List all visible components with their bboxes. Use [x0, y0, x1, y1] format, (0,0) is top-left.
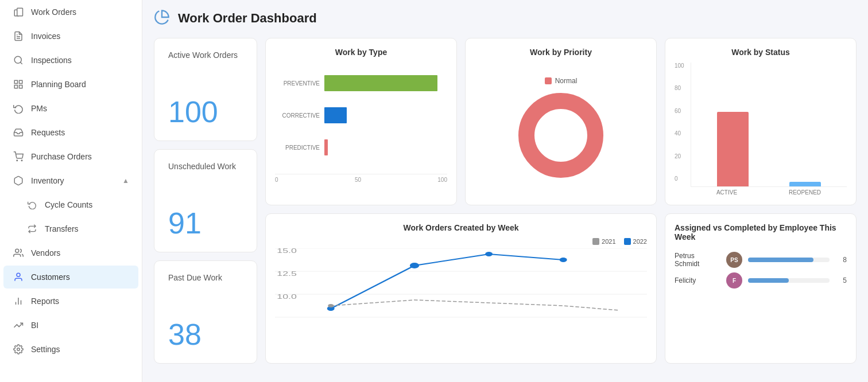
- svg-point-3: [14, 56, 21, 63]
- sidebar: Work Orders Invoices Inspections Plannin…: [0, 0, 142, 382]
- sidebar-label-vendors: Vendors: [31, 248, 60, 258]
- svg-text:10.0: 10.0: [277, 293, 297, 300]
- svg-point-30: [328, 304, 334, 307]
- sidebar-item-vendors[interactable]: Vendors: [3, 241, 138, 264]
- unscheduled-label: Unscheduled Work: [168, 161, 243, 171]
- employee-name-0: PetrusSchmidt: [675, 252, 720, 268]
- svg-point-18: [538, 112, 584, 158]
- legend-2021: 2021: [592, 238, 615, 245]
- emp-bar-fill-0: [748, 258, 813, 262]
- sidebar-label-bi: BI: [31, 321, 38, 330]
- sidebar-label-cycle-counts: Cycle Counts: [45, 200, 92, 209]
- svg-point-16: [17, 348, 20, 351]
- bi-icon: [13, 319, 24, 331]
- bar-label-predictive: PREDICTIVE: [275, 145, 320, 151]
- svg-rect-6: [20, 80, 22, 83]
- reports-icon: [13, 295, 24, 307]
- work-by-priority-chart: Normal: [475, 63, 647, 196]
- sidebar-item-cycle-counts[interactable]: Cycle Counts: [3, 193, 138, 216]
- svg-point-29: [560, 258, 567, 262]
- sidebar-item-bi[interactable]: BI: [3, 314, 138, 337]
- legend-dot-2021: [592, 238, 599, 245]
- sidebar-label-work-orders: Work Orders: [31, 7, 76, 17]
- bar-row-preventive: PREVENTIVE: [275, 75, 447, 91]
- sidebar-label-inspections: Inspections: [31, 56, 72, 65]
- work-by-week-title: Work Orders Created by Week: [275, 223, 647, 232]
- inspections-icon: [13, 54, 24, 66]
- requests-icon: [13, 127, 24, 138]
- bar-track-preventive: [324, 75, 447, 91]
- svg-point-11: [16, 249, 19, 252]
- sidebar-label-requests: Requests: [31, 128, 65, 137]
- active-label: Active Work Orders: [168, 50, 243, 60]
- emp-bar-fill-1: [748, 278, 789, 283]
- sidebar-item-customers[interactable]: Customers: [3, 266, 138, 289]
- sidebar-item-invoices[interactable]: Invoices: [3, 25, 138, 48]
- sidebar-label-settings: Settings: [31, 345, 60, 354]
- bar-track-predictive: [324, 139, 447, 155]
- sidebar-item-inventory[interactable]: Inventory ▲: [3, 169, 138, 192]
- vendors-icon: [13, 247, 24, 259]
- transfers-icon: [26, 223, 38, 235]
- donut-svg: [515, 89, 607, 181]
- emp-bar-track-1: [748, 278, 830, 283]
- status-bar-group-reopened: [789, 182, 821, 186]
- work-orders-icon: [13, 6, 24, 18]
- svg-rect-0: [17, 8, 23, 16]
- bar-fill-predictive: [324, 139, 328, 155]
- line-chart-area: 15.0 12.5 10.0: [275, 248, 647, 354]
- invoices-icon: [13, 30, 24, 42]
- sidebar-item-inspections[interactable]: Inspections: [3, 49, 138, 72]
- work-by-status-chart: 100 80 60 40 20 0: [675, 63, 847, 196]
- week-legend: 2021 2022: [275, 238, 647, 245]
- sidebar-item-requests[interactable]: Requests: [3, 121, 138, 144]
- bar-row-predictive: PREDICTIVE: [275, 139, 447, 155]
- sidebar-item-transfers[interactable]: Transfers: [3, 217, 138, 240]
- sidebar-item-purchase-orders[interactable]: Purchase Orders: [3, 145, 138, 168]
- work-by-priority-card: Work by Priority Normal: [465, 38, 657, 205]
- sidebar-item-work-orders[interactable]: Work Orders: [3, 1, 138, 24]
- employee-name-1: Felicity: [675, 276, 720, 284]
- sidebar-label-invoices: Invoices: [31, 32, 60, 41]
- page-title: Work Order Dashboard: [178, 11, 317, 26]
- unscheduled-work-card: Unscheduled Work91: [154, 149, 257, 252]
- page-header: Work Order Dashboard: [154, 9, 857, 28]
- work-by-type-axis: 0 50 100: [275, 174, 447, 183]
- legend-label-2021: 2021: [602, 238, 615, 245]
- svg-text:12.5: 12.5: [277, 270, 297, 277]
- work-by-type-chart: PREVENTIVE CORRECTIVE PREDICTIVE: [275, 63, 447, 196]
- employee-row-1: Felicity F 5: [675, 272, 847, 289]
- svg-point-27: [410, 263, 419, 268]
- sidebar-item-planning-board[interactable]: Planning Board: [3, 73, 138, 96]
- emp-bar-track-0: [748, 258, 830, 262]
- cycle-counts-icon: [26, 199, 38, 211]
- bar-fill-corrective: [324, 107, 347, 123]
- sidebar-label-reports: Reports: [31, 297, 59, 306]
- status-label-active: ACTIVE: [716, 189, 737, 196]
- svg-rect-7: [14, 85, 17, 88]
- sidebar-item-settings[interactable]: Settings: [3, 338, 138, 361]
- sidebar-label-pms: PMs: [31, 104, 47, 113]
- normal-legend-label: Normal: [555, 77, 578, 85]
- status-bar-reopened: [789, 182, 821, 186]
- status-bar-group-active: [717, 112, 749, 186]
- status-bar-active: [717, 112, 749, 186]
- avatar-1: F: [726, 272, 742, 289]
- status-bars-area: [691, 63, 847, 187]
- svg-point-12: [17, 273, 20, 276]
- sidebar-item-reports[interactable]: Reports: [3, 290, 138, 313]
- past-due-value: 38: [168, 317, 243, 352]
- past-due-label: Past Due Work: [168, 272, 243, 283]
- legend-label-2022: 2022: [633, 238, 647, 245]
- status-y-axis: 100 80 60 40 20 0: [675, 63, 688, 182]
- priority-legend: Normal: [545, 77, 578, 85]
- active-value: 100: [168, 95, 243, 129]
- work-by-status-title: Work by Status: [675, 48, 847, 57]
- inventory-chevron-icon: ▲: [122, 177, 129, 185]
- bar-label-corrective: CORRECTIVE: [275, 112, 320, 119]
- assigned-completed-title: Assigned vs Completed by Employee This W…: [675, 223, 847, 241]
- work-by-status-card: Work by Status 100 80 60 40 20 0: [665, 38, 857, 205]
- sidebar-item-pms[interactable]: PMs: [3, 97, 138, 120]
- legend-dot-2022: [624, 238, 631, 245]
- bar-label-preventive: PREVENTIVE: [275, 80, 320, 87]
